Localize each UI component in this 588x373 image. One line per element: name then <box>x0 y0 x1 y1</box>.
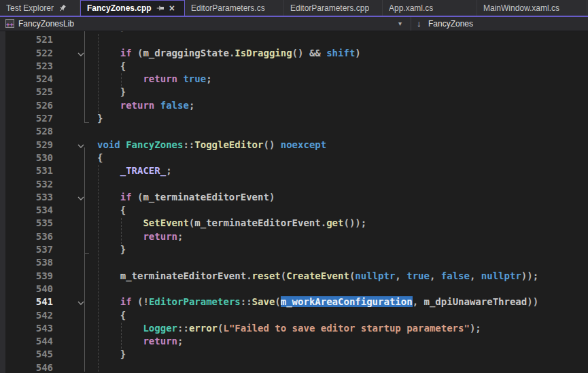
code-line-541[interactable]: 541 if (!EditorParameters::Save(m_workAr… <box>5 296 588 309</box>
chevron-down-icon[interactable]: ▾ <box>398 20 402 27</box>
code-line-531[interactable]: 531 _TRACER_; <box>5 165 588 178</box>
code-text[interactable]: } <box>97 349 588 361</box>
code-text[interactable]: } <box>97 113 588 126</box>
code-line-529[interactable]: 529void FancyZones::ToggleEditor() noexc… <box>5 139 588 152</box>
code-text[interactable] <box>97 283 588 296</box>
code-line-522[interactable]: 522 if (m_draggingState.IsDragging() && … <box>5 48 588 60</box>
code-line-540[interactable]: 540 <box>5 283 588 296</box>
code-line-530[interactable]: 530{ <box>5 152 588 165</box>
line-number[interactable]: 541 <box>5 296 53 309</box>
code-line-542[interactable]: 542 { <box>5 310 588 323</box>
code-text[interactable]: return; <box>97 336 588 349</box>
project-scope-label[interactable]: FancyZonesLib <box>18 19 74 29</box>
code-text[interactable]: { <box>97 60 588 73</box>
pin-icon[interactable] <box>156 4 165 12</box>
code-text[interactable]: if (m_terminateEditorEvent) <box>97 192 588 205</box>
tab-mainwindow-xaml-cs[interactable]: MainWindow.xaml.cs <box>477 0 587 16</box>
line-number[interactable]: 524 <box>5 73 53 86</box>
code-line-525[interactable]: 525 } <box>5 86 588 99</box>
code-text[interactable]: return true; <box>97 73 588 86</box>
code-text[interactable]: if (m_draggingState.IsDragging() && shif… <box>97 48 588 60</box>
member-dropdown[interactable]: FancyZones <box>428 19 473 29</box>
line-number[interactable]: 522 <box>5 48 53 60</box>
line-number[interactable]: 530 <box>5 152 53 165</box>
pin-icon[interactable] <box>58 4 67 12</box>
code-line-537[interactable]: 537 } <box>5 244 588 257</box>
code-text[interactable] <box>97 179 588 192</box>
token: ; <box>177 231 183 242</box>
code-line-538[interactable]: 538 <box>5 257 588 270</box>
line-number[interactable]: 523 <box>5 60 53 73</box>
fold-chevron-icon[interactable] <box>53 48 97 60</box>
line-number[interactable]: 533 <box>5 192 53 205</box>
code-text[interactable] <box>97 257 588 270</box>
code-text[interactable]: void FancyZones::ToggleEditor() noexcept <box>97 139 588 152</box>
code-line-533[interactable]: 533 if (m_terminateEditorEvent) <box>5 192 588 205</box>
code-line-535[interactable]: 535 SetEvent(m_terminateEditorEvent.get(… <box>5 217 588 230</box>
code-line-534[interactable]: 534 { <box>5 205 588 217</box>
code-line-536[interactable]: 536 return; <box>5 231 588 244</box>
code-editor[interactable]: 520 } ————— ———————————— ————————————521… <box>0 31 588 373</box>
line-number[interactable]: 539 <box>5 270 53 283</box>
code-text[interactable]: { <box>97 310 588 323</box>
code-text[interactable]: return; <box>97 231 588 244</box>
code-text[interactable] <box>97 126 588 139</box>
line-number[interactable]: 540 <box>5 283 53 296</box>
line-number[interactable]: 535 <box>5 217 53 230</box>
line-number[interactable]: 532 <box>5 179 53 192</box>
code-line-539[interactable]: 539 m_terminateEditorEvent.reset(CreateE… <box>5 270 588 283</box>
code-line-521[interactable]: 521 <box>5 34 588 47</box>
code-text[interactable]: Logger::error(L"Failed to save editor st… <box>97 323 588 336</box>
code-text[interactable]: if (!EditorParameters::Save(m_workAreaCo… <box>97 296 588 309</box>
close-icon[interactable]: × <box>169 4 175 12</box>
line-number[interactable]: 538 <box>5 257 53 270</box>
code-text[interactable]: { <box>97 152 588 165</box>
code-lines: 520 } ————— ———————————— ————————————521… <box>5 31 588 373</box>
code-line-527[interactable]: 527} <box>5 113 588 126</box>
code-text[interactable]: { <box>97 205 588 217</box>
code-line-546[interactable]: 546 <box>5 362 588 373</box>
tab-test-explorer[interactable]: Test Explorer <box>0 0 80 16</box>
code-line-532[interactable]: 532 <box>5 179 588 192</box>
line-number[interactable]: 526 <box>5 100 53 113</box>
code-text[interactable] <box>97 362 588 373</box>
code-text[interactable]: } <box>97 86 588 99</box>
code-line-544[interactable]: 544 return; <box>5 336 588 349</box>
code-line-526[interactable]: 526 return false; <box>5 100 588 113</box>
code-text[interactable]: SetEvent(m_terminateEditorEvent.get()); <box>97 217 588 230</box>
tab-editorparameters-cs[interactable]: EditorParameters.cs <box>185 0 284 16</box>
line-number[interactable]: 542 <box>5 310 53 323</box>
code-text[interactable] <box>97 34 588 47</box>
line-number[interactable]: 521 <box>5 34 53 47</box>
document-tab-bar: Test ExplorerFancyZones.cpp×EditorParame… <box>0 0 588 17</box>
line-number[interactable]: 537 <box>5 244 53 257</box>
line-number[interactable]: 527 <box>5 113 53 126</box>
fold-chevron-icon[interactable] <box>53 192 97 205</box>
code-line-524[interactable]: 524 return true; <box>5 73 588 86</box>
code-line-528[interactable]: 528 <box>5 126 588 139</box>
code-line-543[interactable]: 543 Logger::error(L"Failed to save edito… <box>5 323 588 336</box>
line-number[interactable]: 525 <box>5 86 53 99</box>
code-text[interactable]: m_terminateEditorEvent.reset(CreateEvent… <box>97 270 588 283</box>
code-line-545[interactable]: 545 } <box>5 349 588 361</box>
fold-chevron-icon[interactable] <box>53 296 97 309</box>
code-text[interactable]: } <box>97 244 588 257</box>
line-number[interactable]: 534 <box>5 205 53 217</box>
fold-margin <box>53 217 97 230</box>
line-number[interactable]: 543 <box>5 323 53 336</box>
line-number[interactable]: 531 <box>5 165 53 178</box>
line-number[interactable]: 545 <box>5 349 53 361</box>
line-number[interactable]: 528 <box>5 126 53 139</box>
code-text[interactable]: return false; <box>97 100 588 113</box>
code-text[interactable]: _TRACER_; <box>97 165 588 178</box>
line-number[interactable]: 529 <box>5 139 53 152</box>
code-line-523[interactable]: 523 { <box>5 60 588 73</box>
line-number[interactable]: 536 <box>5 231 53 244</box>
line-number[interactable]: 546 <box>5 362 53 373</box>
tab-editorparameters-cpp[interactable]: EditorParameters.cpp <box>284 0 383 16</box>
token: ); <box>470 323 481 334</box>
fold-chevron-icon[interactable] <box>53 139 97 152</box>
tab-app-xaml-cs[interactable]: App.xaml.cs <box>383 0 477 16</box>
line-number[interactable]: 544 <box>5 336 53 349</box>
tab-fancyzones-cpp[interactable]: FancyZones.cpp× <box>80 0 185 16</box>
